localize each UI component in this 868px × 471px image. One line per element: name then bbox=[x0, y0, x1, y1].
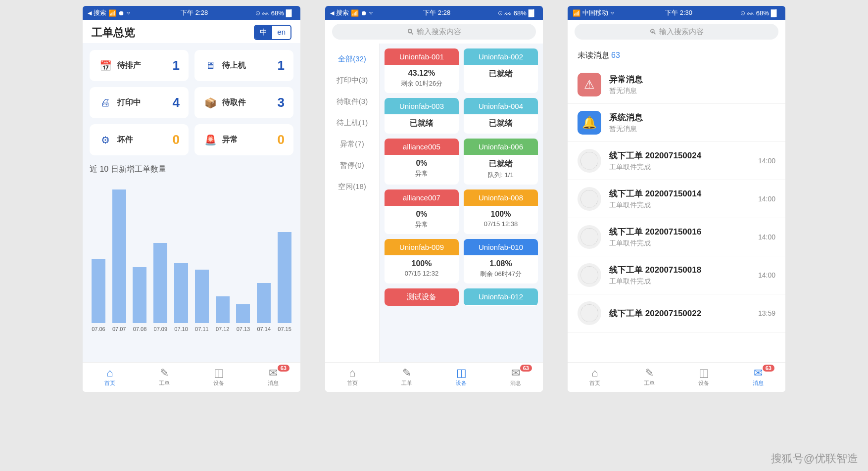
stat-value: 3 bbox=[278, 95, 285, 110]
lang-zh[interactable]: 中 bbox=[255, 26, 272, 39]
device-grid: Unionfab-001 43.12%剩余 01时26分 Unionfab-00… bbox=[380, 44, 543, 362]
tab-消息[interactable]: 63 ✉ 消息 bbox=[246, 363, 300, 392]
tab-icon: ⌂ bbox=[349, 368, 355, 378]
tab-工单[interactable]: ✎ 工单 bbox=[622, 363, 676, 392]
device-status: 43.12% bbox=[386, 69, 457, 78]
system-messages-row[interactable]: 🔔 系统消息 暂无消息 bbox=[568, 104, 785, 142]
filter-item[interactable]: 空闲(18) bbox=[325, 176, 379, 197]
bar-label: 07.08 bbox=[133, 326, 147, 332]
tab-首页[interactable]: ⌂ 首页 bbox=[325, 363, 380, 392]
tab-icon: ⌂ bbox=[106, 368, 113, 378]
filter-item[interactable]: 待上机(1) bbox=[325, 112, 379, 134]
bar-wrap: 07.14 bbox=[255, 283, 273, 332]
device-card[interactable]: Unionfab-012 bbox=[464, 288, 538, 306]
filter-item[interactable]: 异常(7) bbox=[325, 134, 379, 155]
device-card[interactable]: Unionfab-001 43.12%剩余 01时26分 bbox=[385, 48, 459, 93]
headphone-icon: ⊙ ᨐ bbox=[741, 9, 754, 17]
bar-label: 07.13 bbox=[237, 326, 250, 332]
search-wrap: 🔍︎ 输入搜索内容 bbox=[325, 20, 543, 44]
stat-value: 0 bbox=[278, 132, 285, 147]
tab-首页[interactable]: ⌂ 首页 bbox=[83, 363, 137, 392]
bar-wrap: 07.12 bbox=[214, 296, 232, 332]
stat-label: 打印中 bbox=[117, 97, 141, 108]
bar-chart: 07.06 07.07 07.08 07.09 07.10 07.11 07.1… bbox=[90, 184, 293, 332]
avatar-icon bbox=[578, 187, 601, 211]
tab-icon: ✉ bbox=[754, 368, 763, 378]
device-name: alliance007 bbox=[385, 189, 459, 206]
tab-icon: ✎ bbox=[645, 368, 654, 378]
tab-label: 消息 bbox=[753, 379, 764, 387]
alert-messages-row[interactable]: ⚠ 异常消息 暂无消息 bbox=[568, 66, 785, 104]
message-row[interactable]: 线下工单 202007150022 13:59 bbox=[568, 294, 785, 332]
stat-card[interactable]: 📦待取件 3 bbox=[194, 87, 293, 118]
unread-header: 未读消息63 bbox=[568, 44, 785, 66]
tab-label: 工单 bbox=[401, 379, 412, 387]
tab-消息[interactable]: 63 ✉ 消息 bbox=[488, 363, 543, 392]
tab-消息[interactable]: 63 ✉ 消息 bbox=[731, 363, 785, 392]
message-row[interactable]: 线下工单 202007150016 工单取件完成 14:00 bbox=[568, 218, 785, 256]
device-card[interactable]: alliance005 0%异常 bbox=[385, 139, 459, 185]
message-sub: 工单取件完成 bbox=[609, 239, 750, 248]
device-card[interactable]: Unionfab-003 已就绪 bbox=[385, 98, 459, 134]
tab-工单[interactable]: ✎ 工单 bbox=[380, 363, 434, 392]
device-card[interactable]: alliance007 0%异常 bbox=[385, 189, 459, 234]
device-card[interactable]: Unionfab-010 1.08%剩余 06时47分 bbox=[464, 239, 538, 283]
avatar-icon bbox=[578, 301, 601, 325]
back-icon[interactable]: ◀ bbox=[88, 10, 92, 16]
device-sub: 剩余 06时47分 bbox=[466, 270, 536, 279]
battery-icon: █▎ bbox=[529, 9, 538, 17]
stat-label: 坏件 bbox=[117, 135, 133, 145]
stat-card[interactable]: ⚙坏件 0 bbox=[90, 124, 189, 155]
search-icon: 🔍︎ bbox=[649, 28, 657, 36]
lang-en[interactable]: en bbox=[272, 26, 290, 39]
bar-label: 07.07 bbox=[112, 326, 126, 332]
device-status: 已就绪 bbox=[386, 118, 457, 129]
message-title: 线下工单 202007150016 bbox=[609, 226, 750, 237]
tab-icon: ✉ bbox=[269, 368, 278, 378]
stat-value: 1 bbox=[278, 58, 285, 73]
language-toggle[interactable]: 中 en bbox=[254, 25, 291, 40]
message-row[interactable]: 线下工单 202007150024 工单取件完成 14:00 bbox=[568, 142, 785, 180]
tab-label: 消息 bbox=[268, 379, 279, 387]
tab-设备[interactable]: ◫ 设备 bbox=[192, 363, 246, 392]
stat-card[interactable]: 📅待排产 1 bbox=[90, 50, 189, 81]
message-time: 14:00 bbox=[758, 195, 775, 203]
filter-item[interactable]: 暂停(0) bbox=[325, 155, 379, 176]
device-card[interactable]: 测试设备 bbox=[385, 288, 459, 306]
tab-设备[interactable]: ◫ 设备 bbox=[434, 363, 488, 392]
device-card[interactable]: Unionfab-004 已就绪 bbox=[464, 98, 538, 134]
stat-card[interactable]: 🖥待上机 1 bbox=[194, 50, 293, 81]
stat-card[interactable]: 🚨异常 0 bbox=[194, 124, 293, 155]
message-row[interactable]: 线下工单 202007150018 工单取件完成 14:00 bbox=[568, 256, 785, 294]
message-time: 14:00 bbox=[758, 157, 775, 165]
bar bbox=[174, 263, 188, 324]
filter-item[interactable]: 打印中(3) bbox=[325, 70, 379, 91]
tab-设备[interactable]: ◫ 设备 bbox=[676, 363, 731, 392]
search-input[interactable]: 🔍︎ 输入搜索内容 bbox=[332, 24, 536, 40]
message-row[interactable]: 线下工单 202007150014 工单取件完成 14:00 bbox=[568, 180, 785, 218]
filter-sidebar: 全部(32)打印中(3)待取件(3)待上机(1)异常(7)暂停(0)空闲(18) bbox=[325, 44, 380, 362]
bar-label: 07.12 bbox=[216, 326, 230, 332]
device-card[interactable]: Unionfab-006 已就绪队列: 1/1 bbox=[464, 139, 538, 185]
avatar-icon bbox=[578, 149, 601, 173]
device-card[interactable]: Unionfab-002 已就绪 bbox=[464, 48, 538, 93]
device-name: Unionfab-010 bbox=[464, 239, 538, 255]
filter-item[interactable]: 全部(32) bbox=[325, 48, 379, 70]
stat-label: 待取件 bbox=[222, 97, 246, 108]
filter-item[interactable]: 待取件(3) bbox=[325, 91, 379, 112]
back-icon[interactable]: ◀ bbox=[330, 10, 334, 16]
bell-icon: 🔔 bbox=[578, 111, 601, 135]
device-card[interactable]: Unionfab-009 100%07/15 12:32 bbox=[385, 239, 459, 283]
search-input[interactable]: 🔍︎ 输入搜索内容 bbox=[575, 24, 778, 40]
wifi-icon: ᯤ bbox=[610, 9, 617, 17]
stat-card[interactable]: 🖨打印中 4 bbox=[90, 87, 189, 118]
device-name: Unionfab-009 bbox=[385, 239, 459, 255]
alarm-icon: ⚠ bbox=[578, 73, 601, 96]
device-card[interactable]: Unionfab-008 100%07/15 12:38 bbox=[464, 189, 538, 234]
tab-工单[interactable]: ✎ 工单 bbox=[137, 363, 192, 392]
tab-首页[interactable]: ⌂ 首页 bbox=[568, 363, 622, 392]
tab-label: 工单 bbox=[159, 379, 170, 387]
search-icon: 🔍︎ bbox=[407, 28, 414, 36]
screen-messages: 📶中国移动 ᯤ 下午 2:30 ⊙ ᨐ68%█▎ 🔍︎ 输入搜索内容 未读消息6… bbox=[568, 6, 785, 392]
messages-content: 未读消息63 ⚠ 异常消息 暂无消息 🔔 系统消息 暂无消息 线下工单 2020… bbox=[568, 44, 785, 362]
